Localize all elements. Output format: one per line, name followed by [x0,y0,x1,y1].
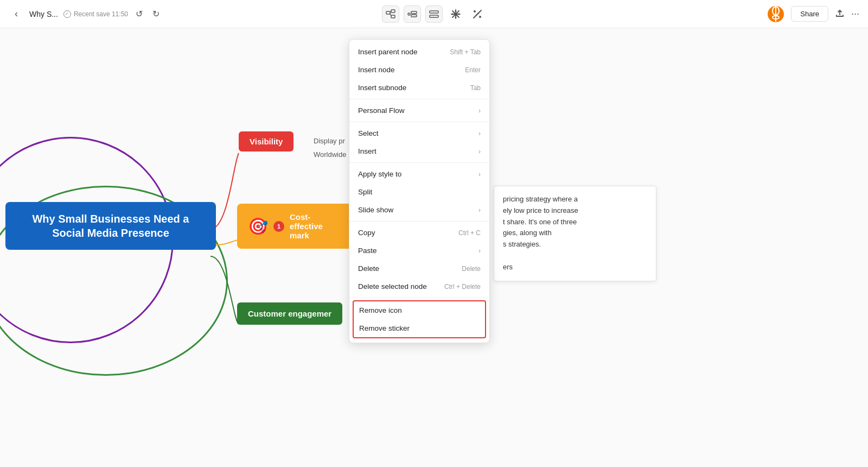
customer-engagement-node[interactable]: Customer engagemer [237,302,342,325]
menu-item-slide-show[interactable]: Slide show › [349,201,489,219]
divider-5 [349,298,489,298]
save-check-icon: ✓ [63,10,71,18]
undo-button[interactable]: ↺ [133,7,145,21]
pin-button[interactable] [469,5,486,23]
context-menu: Insert parent node Shift + Tab Insert no… [349,39,490,343]
divider-4 [349,221,489,222]
menu-label-select: Select [358,129,379,137]
menu-label-delete-selected-node: Delete selected node [358,282,427,291]
svg-rect-2 [391,15,395,18]
menu-item-insert-subnode[interactable]: Insert subnode Tab [349,79,489,97]
redo-button[interactable]: ↻ [150,7,162,21]
menu-item-remove-sticker[interactable]: Remove sticker [354,319,485,337]
shortcut-insert-subnode: Tab [470,84,481,92]
svg-line-15 [476,12,479,16]
undo-icon: ↺ [136,9,143,19]
move-button[interactable] [447,5,464,23]
svg-rect-6 [411,11,417,14]
app-logo [767,5,784,23]
menu-item-paste[interactable]: Paste › [349,242,489,260]
svg-rect-7 [411,15,417,17]
menu-label-delete: Delete [358,264,379,273]
pin-icon [472,9,483,20]
highlighted-remove-section: Remove icon Remove sticker [353,300,486,338]
upload-button[interactable] [835,8,845,20]
menu-label-insert-parent-node: Insert parent node [358,48,418,56]
shortcut-insert-parent: Shift + Tab [450,48,481,56]
topbar-center [382,5,486,23]
menu-label-apply-style: Apply style to [358,170,401,178]
menu-item-split[interactable]: Split [349,183,489,201]
svg-point-16 [474,10,476,12]
chevron-select: › [478,130,481,137]
chevron-slide-show: › [478,206,481,214]
menu-item-personal-flow[interactable]: Personal Flow › [349,102,489,119]
upload-icon [835,8,845,18]
shortcut-copy: Ctrl + C [458,229,481,237]
visibility-node[interactable]: Visibility [239,131,293,152]
menu-item-apply-style[interactable]: Apply style to › [349,165,489,183]
node-icon-3 [429,9,439,19]
menu-label-split: Split [358,188,372,196]
more-button[interactable]: ··· [851,8,859,20]
svg-rect-1 [391,10,395,12]
chevron-paste: › [478,247,481,255]
topbar: ‹ Why S... ✓ Recent save 11:50 ↺ ↻ [0,0,868,28]
menu-item-remove-icon[interactable]: Remove icon [354,301,485,319]
redo-icon: ↻ [152,9,159,19]
visibility-label: Visibility [250,137,283,146]
menu-item-delete[interactable]: Delete Delete [349,260,489,277]
customer-label: Customer engagemer [248,309,331,318]
toolbar-icon-2[interactable] [404,5,421,23]
shortcut-insert-node: Enter [465,66,481,74]
root-node-text: Why Small Businesses Need a Social Media… [32,213,189,239]
cost-effective-node[interactable]: 🎯 1 Cost-effective mark [237,204,354,249]
menu-item-delete-selected-node[interactable]: Delete selected node Ctrl + Delete [349,277,489,295]
svg-point-17 [479,16,481,18]
save-status-text: Recent save 11:50 [74,10,128,18]
back-button[interactable]: ‹ [9,7,24,22]
back-icon: ‹ [15,8,18,20]
svg-point-5 [408,13,410,15]
chevron-personal-flow: › [478,107,481,115]
shortcut-delete: Delete [462,265,481,273]
menu-item-select[interactable]: Select › [349,124,489,142]
svg-marker-12 [451,13,453,15]
menu-label-insert-subnode: Insert subnode [358,84,406,92]
node-icon-2 [407,9,417,19]
display-pr-text: Display pr [314,137,345,145]
move-icon [450,9,461,20]
menu-label-slide-show: Slide show [358,206,393,214]
divider-2 [349,122,489,122]
svg-rect-0 [386,11,390,14]
chevron-apply-style: › [478,171,481,178]
menu-item-insert[interactable]: Insert › [349,142,489,160]
menu-label-insert: Insert [358,147,376,155]
toolbar-icon-1[interactable] [382,5,399,23]
menu-label-paste: Paste [358,247,377,255]
badge-1: 1 [273,221,284,232]
svg-marker-10 [455,10,457,11]
svg-marker-13 [458,13,460,15]
svg-rect-9 [430,15,438,17]
divider-3 [349,162,489,163]
divider-1 [349,99,489,99]
menu-label-remove-icon: Remove icon [359,306,402,314]
target-icon: 🎯 [248,217,268,236]
doc-title: Why S... [29,10,58,18]
menu-label-copy: Copy [358,229,375,237]
menu-item-insert-parent-node[interactable]: Insert parent node Shift + Tab [349,43,489,61]
toolbar-icon-3[interactable] [425,5,443,23]
svg-line-4 [390,12,391,16]
root-node[interactable]: Why Small Businesses Need a Social Media… [5,202,216,250]
share-button[interactable]: Share [791,6,828,22]
node-icon-1 [386,9,395,19]
menu-item-insert-node[interactable]: Insert node Enter [349,61,489,79]
save-status: ✓ Recent save 11:50 [63,10,128,18]
menu-label-insert-node: Insert node [358,66,395,74]
share-label: Share [800,10,819,18]
menu-item-copy[interactable]: Copy Ctrl + C [349,224,489,242]
shortcut-delete-selected: Ctrl + Delete [444,283,481,291]
chevron-insert: › [478,148,481,155]
canvas[interactable]: Why Small Businesses Need a Social Media… [0,28,868,467]
